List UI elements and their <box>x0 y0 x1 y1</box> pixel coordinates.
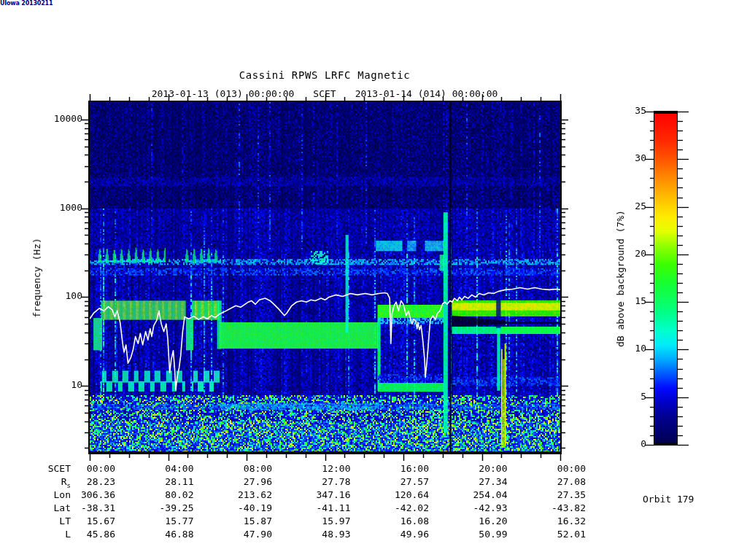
scet-subtitle: 2013-01-13 (013) 00:00:00 SCET 2013-01-1… <box>0 89 649 99</box>
ephemeris-row-rs: Rs 28.2328.1127.9627.7827.5727.3427.08 <box>0 476 747 488</box>
ephemeris-value: 16.32 <box>513 516 586 526</box>
ephemeris-value: 15.67 <box>42 516 115 526</box>
scet-axis-label: SCET <box>313 89 336 99</box>
ephemeris-value: 27.34 <box>435 476 508 487</box>
ephemeris-value: -40.19 <box>199 502 272 513</box>
ephemeris-value: 120.64 <box>356 489 429 500</box>
ephemeris-value: 306.36 <box>42 489 115 500</box>
ephemeris-value: -39.25 <box>121 502 194 513</box>
ephemeris-value: 28.11 <box>121 476 194 487</box>
ephemeris-value: -38.31 <box>42 502 115 513</box>
ephemeris-value: 45.86 <box>42 529 115 540</box>
ephemeris-value: 00:00 <box>42 463 115 474</box>
orbit-annotation: Orbit 179 <box>643 494 694 505</box>
ephemeris-row-scet: SCET 00:0004:0008:0012:0016:0020:0000:00 <box>0 463 747 475</box>
ephemeris-value: 12:00 <box>278 463 351 474</box>
ephemeris-value: -42.02 <box>356 502 429 513</box>
ephemeris-row-lon: Lon 306.3680.02213.62347.16120.64254.042… <box>0 489 747 501</box>
y-tick-label-10000: 10000 <box>44 114 82 124</box>
chart-title: Cassini RPWS LRFC Magnetic <box>0 70 649 80</box>
ephemeris-value: -43.82 <box>513 502 586 513</box>
ephemeris-value: 27.35 <box>513 489 586 500</box>
colorbar-tick-label-20: 20 <box>613 249 646 259</box>
ephemeris-value: 254.04 <box>435 489 508 500</box>
y-tick-label-100: 100 <box>44 291 82 301</box>
ephemeris-value: 52.01 <box>513 529 586 540</box>
ephemeris-value: 50.99 <box>435 529 508 540</box>
ephemeris-value: 28.23 <box>42 476 115 487</box>
ephemeris-value: 16.08 <box>356 516 429 526</box>
ephemeris-value: 49.96 <box>356 529 429 540</box>
ephemeris-value: 15.87 <box>199 516 272 526</box>
ephemeris-value: 16:00 <box>356 463 429 474</box>
cassini-rpws-spectrogram-page: Cassini RPWS LRFC Magnetic 2013-01-13 (0… <box>0 0 747 560</box>
ephemeris-value: 213.62 <box>199 489 272 500</box>
ephemeris-value: 80.02 <box>121 489 194 500</box>
ephemeris-value: 27.78 <box>278 476 351 487</box>
ephemeris-value: -41.11 <box>278 502 351 513</box>
ephemeris-value: 20:00 <box>435 463 508 474</box>
y-tick-label-10: 10 <box>44 380 82 390</box>
scet-end-label: 2013-01-14 (014) 00:00:00 <box>355 89 498 99</box>
ephemeris-value: 00:00 <box>513 463 586 474</box>
ephemeris-row-lat: Lat -38.31-39.25-40.19-41.11-42.02-42.93… <box>0 502 747 514</box>
y-tick-label-1000: 1000 <box>44 203 82 213</box>
colorbar-tick-label-5: 5 <box>613 392 646 402</box>
ephemeris-value: 27.08 <box>513 476 586 487</box>
scet-start-label: 2013-01-13 (013) 00:00:00 <box>152 89 295 99</box>
ephemeris-value: 04:00 <box>121 463 194 474</box>
ephemeris-value: 15.77 <box>121 516 194 526</box>
colorbar-tick-label-15: 15 <box>613 296 646 306</box>
colorbar-tick-label-0: 0 <box>613 439 646 449</box>
ephemeris-value: 16.20 <box>435 516 508 526</box>
ephemeris-value: 48.93 <box>278 529 351 540</box>
ephemeris-value: 47.90 <box>199 529 272 540</box>
ephemeris-row-lt: LT 15.6715.7715.8715.9716.0816.2016.32 <box>0 516 747 527</box>
colorbar-tick-label-25: 25 <box>613 201 646 211</box>
ephemeris-row-l: L 45.8646.8847.9048.9349.9650.9952.01 <box>0 529 747 540</box>
ephemeris-value: 15.97 <box>278 516 351 526</box>
y-axis-label: frequency (Hz) <box>32 238 42 318</box>
ephemeris-value: 27.57 <box>356 476 429 487</box>
ephemeris-value: 27.96 <box>199 476 272 487</box>
colorbar-tick-label-35: 35 <box>613 106 646 116</box>
ephemeris-value: 08:00 <box>199 463 272 474</box>
colorbar-tick-label-10: 10 <box>613 343 646 354</box>
colorbar-tick-label-30: 30 <box>613 153 646 163</box>
ephemeris-value: 347.16 <box>278 489 351 500</box>
colorbar-label: dB above background (7%) <box>616 210 626 347</box>
ephemeris-value: 46.88 <box>121 529 194 540</box>
ephemeris-value: -42.93 <box>435 502 508 513</box>
